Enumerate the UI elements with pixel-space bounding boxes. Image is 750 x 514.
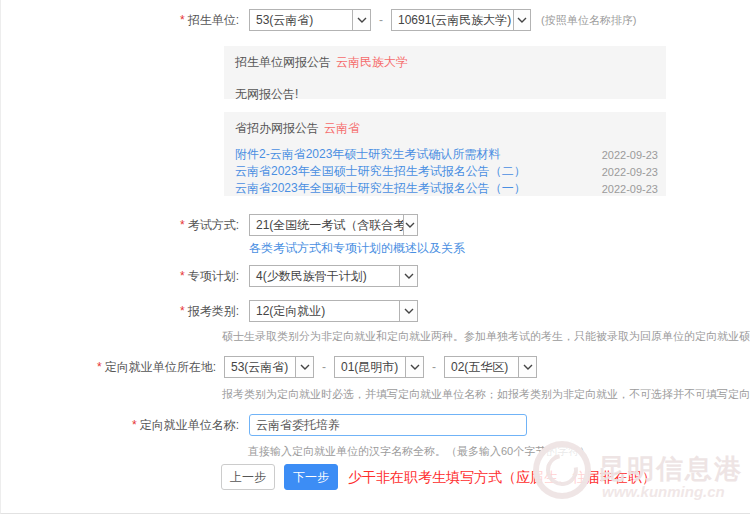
watermark-logo-icon — [533, 441, 591, 499]
chevron-down-icon — [518, 357, 536, 377]
admission-province-value: 53(云南省) — [250, 12, 319, 29]
required-asterisk: * — [180, 304, 185, 318]
required-asterisk: * — [180, 218, 185, 232]
exam-method-row: *考试方式: 21(全国统一考试（含联合考试）) — [1, 213, 418, 237]
admission-unit-row: *招生单位: 53(云南省) - 10691(云南民族大学) (按照单位名称排序… — [1, 8, 636, 32]
required-asterisk: * — [180, 13, 185, 27]
required-asterisk: * — [97, 360, 102, 374]
employer-name-input[interactable] — [249, 414, 527, 436]
employer-location-hint: 报考类别为定向就业时必选，并填写定向就业单位名称；如报考类别为非定向就业，不可选… — [222, 387, 750, 402]
employer-name-row: *定向就业单位名称: — [1, 413, 527, 437]
chevron-down-icon — [405, 357, 423, 377]
form-actions: 上一步 下一步 — [221, 464, 338, 490]
category-value: 12(定向就业) — [250, 303, 331, 320]
special-plan-value: 4(少数民族骨干计划) — [250, 268, 373, 285]
admission-unit-value: 10691(云南民族大学) — [392, 12, 513, 29]
employer-location-row: *定向就业单位所在地: 53(云南省) - 01(昆明市) - 02(五华区) — [1, 355, 537, 379]
announcement-row: 附件2-云南省2023年硕士研究生考试确认所需材料 2022-09-23 — [235, 146, 658, 163]
category-row: *报考类别: 12(定向就业) — [1, 299, 418, 323]
watermark-site-url: www.kunming.cn — [602, 483, 725, 500]
admission-unit-label: *招生单位: — [1, 12, 239, 29]
separator-dash: - — [432, 360, 436, 374]
announcement-row: 云南省2023年全国硕士研究生招生考试报名公告（二） 2022-09-23 — [235, 163, 658, 180]
province-notice-title-text: 省招办网报公告 — [235, 121, 319, 135]
employer-province-select[interactable]: 53(云南省) — [224, 356, 314, 378]
chevron-down-icon — [403, 215, 417, 235]
province-notice-title: 省招办网报公告云南省 — [235, 120, 658, 137]
watermark-site-name: 昆明信息港 — [598, 451, 743, 487]
announcement-link[interactable]: 附件2-云南省2023年硕士研究生考试确认所需材料 — [235, 146, 500, 163]
admission-unit-select[interactable]: 10691(云南民族大学) — [391, 9, 531, 31]
announcement-row: 云南省2023年全国硕士研究生招生考试报名公告（一） 2022-09-23 — [235, 180, 658, 197]
separator-dash: - — [322, 360, 326, 374]
chevron-down-icon — [352, 10, 370, 30]
registration-form-page: *招生单位: 53(云南省) - 10691(云南民族大学) (按照单位名称排序… — [0, 0, 750, 514]
announcement-link[interactable]: 云南省2023年全国硕士研究生招生考试报名公告（一） — [235, 180, 526, 197]
separator-dash: - — [379, 13, 383, 27]
announcement-list: 附件2-云南省2023年硕士研究生考试确认所需材料 2022-09-23 云南省… — [235, 146, 658, 197]
unit-notice-box: 招生单位网报公告云南民族大学 无网报公告! — [224, 46, 666, 99]
employer-name-label: *定向就业单位名称: — [1, 417, 239, 434]
chevron-down-icon — [513, 10, 530, 30]
special-plan-row: *专项计划: 4(少数民族骨干计划) — [1, 264, 418, 288]
employer-district-value: 02(五华区) — [445, 359, 514, 376]
exam-method-label: *考试方式: — [1, 217, 239, 234]
next-step-button[interactable]: 下一步 — [284, 464, 338, 490]
required-asterisk: * — [132, 418, 137, 432]
unit-notice-title-text: 招生单位网报公告 — [235, 55, 331, 69]
announcement-date: 2022-09-23 — [602, 183, 658, 195]
admission-province-select[interactable]: 53(云南省) — [249, 9, 371, 31]
unit-notice-unit-name: 云南民族大学 — [336, 55, 408, 69]
category-hint: 硕士生录取类别分为非定向就业和定向就业两种。参加单独考试的考生，只能被录取为回原… — [222, 329, 750, 344]
employer-district-select[interactable]: 02(五华区) — [444, 356, 537, 378]
chevron-down-icon — [399, 301, 417, 321]
category-label: *报考类别: — [1, 303, 239, 320]
special-plan-label: *专项计划: — [1, 268, 239, 285]
chevron-down-icon — [399, 266, 417, 286]
province-notice-box: 省招办网报公告云南省 附件2-云南省2023年硕士研究生考试确认所需材料 202… — [224, 112, 666, 196]
employer-location-label: *定向就业单位所在地: — [1, 359, 216, 376]
exam-method-value: 21(全国统一考试（含联合考试）) — [250, 217, 403, 234]
previous-step-button[interactable]: 上一步 — [221, 464, 275, 490]
announcement-link[interactable]: 云南省2023年全国硕士研究生招生考试报名公告（二） — [235, 163, 526, 180]
announcement-date: 2022-09-23 — [602, 149, 658, 161]
exam-method-select[interactable]: 21(全国统一考试（含联合考试）) — [249, 214, 418, 236]
employer-province-value: 53(云南省) — [225, 359, 294, 376]
province-notice-province-name: 云南省 — [324, 121, 360, 135]
chevron-down-icon — [295, 357, 313, 377]
exam-method-help-link[interactable]: 各类考试方式和专项计划的概述以及关系 — [249, 240, 465, 257]
employer-city-value: 01(昆明市) — [335, 359, 404, 376]
employer-city-select[interactable]: 01(昆明市) — [334, 356, 424, 378]
required-asterisk: * — [180, 269, 185, 283]
special-plan-select[interactable]: 4(少数民族骨干计划) — [249, 265, 418, 287]
category-select[interactable]: 12(定向就业) — [249, 300, 418, 322]
sort-order-note: (按照单位名称排序) — [541, 13, 636, 28]
no-notice-message: 无网报公告! — [235, 86, 658, 103]
announcement-date: 2022-09-23 — [602, 166, 658, 178]
unit-notice-title: 招生单位网报公告云南民族大学 — [235, 54, 658, 71]
